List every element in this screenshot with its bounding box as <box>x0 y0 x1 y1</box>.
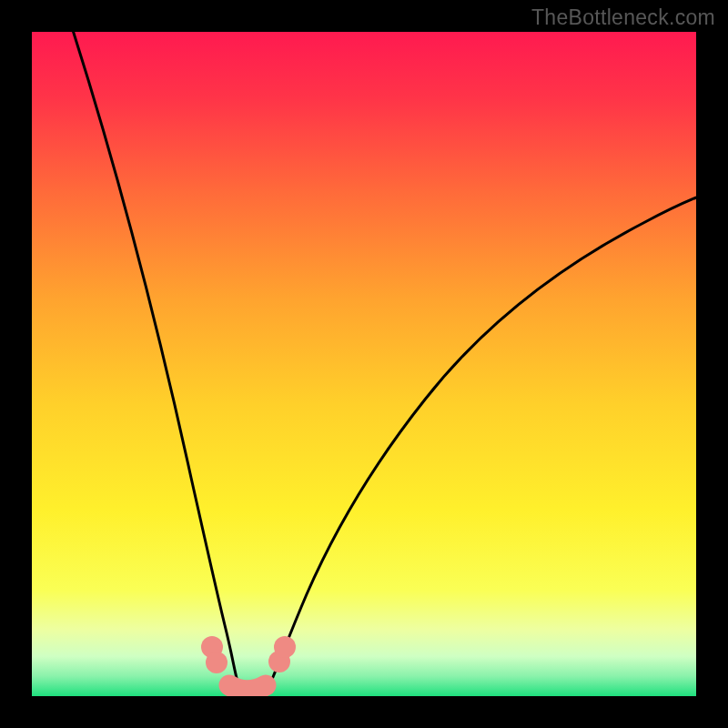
plot-area <box>32 32 696 696</box>
valley-marker <box>229 685 266 691</box>
chart-stage: TheBottleneck.com <box>0 0 728 728</box>
marker-right-upper <box>274 636 296 658</box>
watermark-text: TheBottleneck.com <box>531 5 715 30</box>
marker-left-lower <box>206 652 228 673</box>
bottleneck-curve <box>72 32 696 693</box>
chart-lines <box>32 32 696 696</box>
